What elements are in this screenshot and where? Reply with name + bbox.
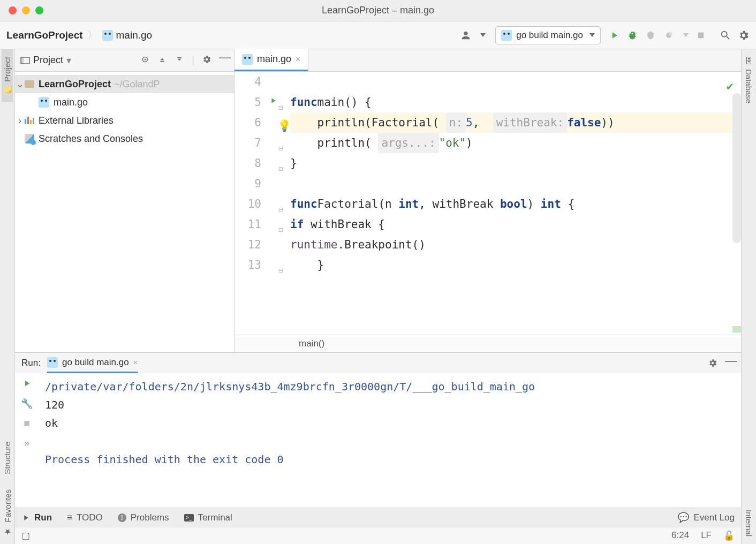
right-tab-internal[interactable]: Internal <box>743 502 754 544</box>
user-icon[interactable] <box>460 29 472 41</box>
go-file-icon <box>501 30 512 41</box>
debug-button[interactable] <box>626 29 638 41</box>
project-panel: Project ▾ | — ⌄ <box>15 49 235 352</box>
wrench-icon[interactable]: 🔧 <box>21 398 33 410</box>
user-dropdown-icon[interactable] <box>480 33 486 37</box>
run-panel: Run: go build main.go × — 🔧 » <box>15 352 741 508</box>
project-icon: 📁 <box>3 86 12 95</box>
locate-icon[interactable] <box>140 55 150 64</box>
play-icon <box>21 513 30 522</box>
status-quicklist-icon[interactable]: ▢ <box>21 530 30 541</box>
lock-icon[interactable]: 🔓 <box>723 530 735 541</box>
expand-all-icon[interactable] <box>157 55 167 64</box>
settings-icon[interactable] <box>738 29 750 41</box>
more-icon[interactable]: » <box>24 437 29 449</box>
left-tab-structure[interactable]: Structure <box>2 434 13 482</box>
minimize-window-button[interactable] <box>22 6 30 14</box>
bottom-tab-eventlog[interactable]: 💬Event Log <box>678 512 735 523</box>
stop-button[interactable] <box>695 29 707 41</box>
bottom-tab-terminal[interactable]: >_ Terminal <box>184 512 232 523</box>
bottom-tab-problems[interactable]: ! Problems <box>118 512 169 523</box>
svg-rect-0 <box>698 32 704 38</box>
editor-panel: main.go × ✔ 45678910111213 ⊟💡⊟⊟⊟⊟⊟ func … <box>235 49 741 352</box>
svg-rect-5 <box>24 421 29 426</box>
run-tab[interactable]: go build main.go × <box>47 353 138 373</box>
terminal-icon: >_ <box>184 514 194 522</box>
profile-dropdown-icon[interactable] <box>683 33 689 37</box>
status-line-sep[interactable]: LF <box>701 530 712 541</box>
tree-root[interactable]: ⌄ LearnGoProject ~/GolandP <box>15 75 234 93</box>
run-with-coverage-button[interactable] <box>645 29 656 41</box>
breadcrumb: LearnGoProject 〉 main.go <box>6 28 152 42</box>
tree-scratches[interactable]: Scratches and Consoles <box>15 130 234 148</box>
search-icon[interactable] <box>720 29 731 41</box>
panel-icon <box>20 57 30 64</box>
marker-icon <box>732 326 741 333</box>
list-icon: ≡ <box>67 512 72 523</box>
panel-settings-icon[interactable] <box>202 55 211 64</box>
chat-icon: 💬 <box>678 512 689 523</box>
close-tab-icon[interactable]: × <box>296 55 300 64</box>
go-file-icon <box>242 54 253 65</box>
svg-point-4 <box>145 59 146 61</box>
run-configuration-dropdown[interactable]: go build main.go <box>495 26 601 44</box>
breadcrumb-file[interactable]: main.go <box>102 29 153 41</box>
editor-breadcrumb[interactable]: main() <box>235 335 741 352</box>
zoom-window-button[interactable] <box>35 6 43 14</box>
inspection-ok-icon[interactable]: ✔ <box>727 76 734 96</box>
editor-tab-main[interactable]: main.go × <box>235 49 308 71</box>
warning-icon: ! <box>118 513 126 522</box>
close-window-button[interactable] <box>9 6 17 14</box>
close-run-tab-icon[interactable]: × <box>133 358 138 367</box>
run-button[interactable] <box>608 29 620 41</box>
chevron-down-icon <box>589 33 595 37</box>
run-output[interactable]: /private/var/folders/2n/jlrksnys43b_4mz9… <box>39 373 741 508</box>
svg-rect-2 <box>21 57 24 64</box>
database-icon: 🗄 <box>744 57 753 65</box>
scratches-icon <box>25 134 34 143</box>
go-file-icon <box>47 357 58 368</box>
window-title: LearnGoProject – main.go <box>0 5 756 16</box>
run-label: Run: <box>21 358 41 368</box>
editor-scrollbar[interactable] <box>732 93 741 243</box>
bottom-tab-run[interactable]: Run <box>21 512 52 523</box>
folder-icon <box>25 80 34 88</box>
left-tab-favorites[interactable]: ★Favorites <box>2 482 13 544</box>
hide-panel-icon[interactable]: — <box>219 55 229 64</box>
project-panel-title: Project ▾ <box>20 55 71 66</box>
breadcrumb-project[interactable]: LearnGoProject <box>6 29 83 41</box>
run-settings-icon[interactable] <box>708 358 717 368</box>
collapse-all-icon[interactable] <box>175 55 184 64</box>
tree-external-libraries[interactable]: › External Libraries <box>15 111 234 130</box>
rerun-icon[interactable] <box>22 379 32 388</box>
go-file-icon <box>102 30 113 41</box>
code-editor[interactable]: ✔ 45678910111213 ⊟💡⊟⊟⊟⊟⊟ func main() { p… <box>235 72 741 335</box>
right-tab-database[interactable]: 🗄 Database <box>743 49 754 111</box>
bottom-tab-todo[interactable]: ≡TODO <box>67 512 103 523</box>
stop-icon[interactable] <box>22 419 31 428</box>
go-file-icon <box>39 97 49 108</box>
libraries-icon <box>25 117 34 124</box>
tree-file-main[interactable]: main.go <box>15 93 234 111</box>
status-caret-pos[interactable]: 6:24 <box>671 530 689 541</box>
hide-run-icon[interactable]: — <box>725 358 735 368</box>
project-tree[interactable]: ⌄ LearnGoProject ~/GolandP main.go › Ext… <box>15 72 234 151</box>
left-tab-project[interactable]: 📁 Project <box>2 49 13 102</box>
profile-button[interactable] <box>663 29 675 41</box>
